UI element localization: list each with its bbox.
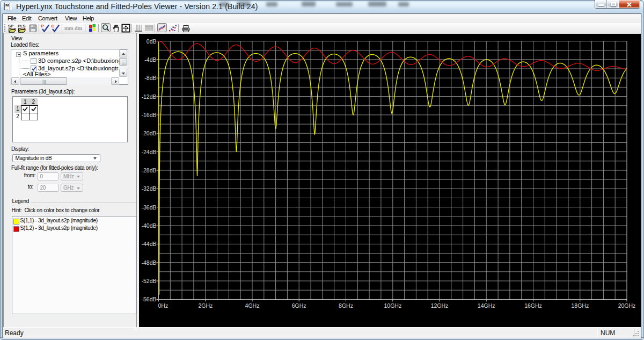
svg-text:-44dB: -44dB [141,241,156,247]
svg-text:-40dB: -40dB [141,222,156,229]
svg-text:SP: SP [8,24,13,28]
svg-text:-12dB: -12dB [141,93,156,100]
svg-text:-52dB: -52dB [141,278,156,284]
svg-text:0Hz: 0Hz [158,302,169,309]
svg-text:0dB: 0dB [147,38,157,45]
svg-text:10GHz: 10GHz [384,302,401,309]
svg-text:dm: dm [75,25,83,31]
svg-text:C: C [52,24,55,28]
svg-text:PLS: PLS [18,24,26,28]
svg-text:12GHz: 12GHz [431,302,449,309]
svg-text:-28dB: -28dB [141,167,156,173]
svg-text:-8dB: -8dB [144,75,156,81]
svg-text:18GHz: 18GHz [571,302,589,309]
svg-text:14GHz: 14GHz [478,302,495,309]
svg-text:4GHz: 4GHz [245,302,260,309]
svg-text:20GHz: 20GHz [618,302,636,309]
svg-text:-20dB: -20dB [141,130,156,136]
svg-text:P: P [41,24,45,28]
svg-text:-16dB: -16dB [141,112,156,118]
svg-text:16GHz: 16GHz [524,302,542,309]
svg-text:-56dB: -56dB [141,296,156,302]
svg-text:-4dB: -4dB [144,56,156,63]
svg-text:-24dB: -24dB [141,149,156,155]
svg-text:-32dB: -32dB [141,185,156,192]
svg-text:-48dB: -48dB [141,259,156,266]
svg-text:8GHz: 8GHz [339,302,353,309]
svg-text:2GHz: 2GHz [198,302,213,309]
svg-text:-36dB: -36dB [141,204,156,211]
svg-text:6GHz: 6GHz [292,302,306,309]
svg-text:mm: mm [64,25,74,31]
